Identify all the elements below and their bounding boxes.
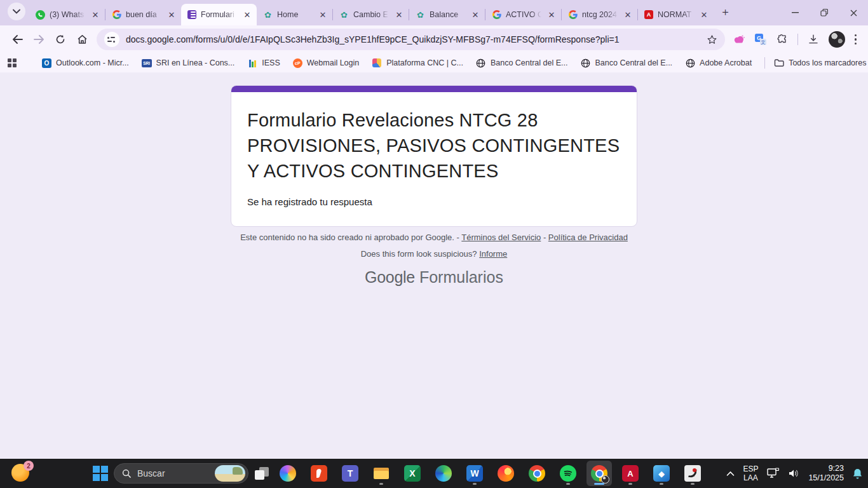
taskbar-app-photos[interactable]: ◆ — [649, 461, 674, 486]
copilot-icon — [280, 465, 296, 482]
privacy-policy-link[interactable]: Política de Privacidad — [548, 233, 628, 242]
minimize-button[interactable] — [780, 0, 810, 25]
tray-chevron-up-icon[interactable] — [726, 471, 735, 477]
bookmark-iess[interactable]: IESS — [247, 58, 280, 67]
search-highlight-image[interactable] — [215, 465, 245, 482]
form-title: Formulario Revelaciones NTCG 28 PROVISIO… — [247, 107, 621, 184]
suspicious-text: Does this form look suspicious? — [361, 249, 477, 259]
reload-button[interactable] — [50, 29, 71, 50]
bookmark-star-icon[interactable] — [707, 34, 717, 45]
taskbar-search-input[interactable]: Buscar — [114, 463, 248, 484]
tab-close-icon[interactable]: ✕ — [623, 10, 633, 20]
bookmarks-bar: O Outlook.com - Micr... SRI SRI en Línea… — [0, 53, 868, 72]
extensions-puzzle-icon[interactable] — [776, 34, 788, 46]
notification-bell-icon[interactable] — [852, 468, 863, 480]
tab-close-icon[interactable]: ✕ — [166, 10, 177, 20]
menu-icon[interactable] — [855, 34, 857, 45]
tab-normativa[interactable]: A NORMAT ✕ — [638, 4, 714, 25]
task-view-button[interactable] — [254, 466, 269, 481]
tab-activo[interactable]: ACTIVO C ✕ — [485, 4, 561, 25]
translate-icon[interactable]: G文 — [755, 34, 766, 45]
notification-badge: 2 — [24, 461, 34, 471]
report-abuse-link[interactable]: Informe — [479, 249, 507, 259]
tab-close-icon[interactable]: ✕ — [394, 10, 404, 20]
tab-close-icon[interactable]: ✕ — [470, 10, 480, 20]
tab-label: ACTIVO C — [506, 10, 542, 19]
start-button[interactable] — [93, 466, 108, 481]
bookmark-banco-central-1[interactable]: Banco Central del E... — [476, 58, 568, 68]
disclaimer-text: Este contenido no ha sido creado ni apro… — [240, 233, 459, 242]
logo-product-text: Formularios — [419, 268, 503, 286]
bookmark-sri[interactable]: SRI SRI en Línea - Cons... — [142, 58, 235, 68]
tab-close-icon[interactable]: ✕ — [546, 10, 557, 20]
disclaimer-line: Este contenido no ha sido creado ni apro… — [0, 233, 868, 242]
taskbar-app-teams[interactable]: T — [337, 461, 363, 486]
taskbar-app-excel[interactable]: X — [400, 461, 425, 486]
bookmark-label: Banco Central del E... — [595, 58, 673, 67]
taskbar-app-edge[interactable] — [431, 461, 456, 486]
file-explorer-icon — [373, 465, 390, 482]
taskbar-app-copilot[interactable] — [275, 461, 301, 486]
back-button[interactable] — [6, 29, 28, 50]
webapp-flower-icon: ✿ — [263, 10, 273, 20]
tab-cambio[interactable]: ✿ Cambio E ✕ — [333, 4, 409, 25]
bookmark-adobe-acrobat[interactable]: Adobe Acrobat — [685, 58, 752, 68]
taskbar-app-acrobat[interactable]: A — [618, 461, 643, 486]
excel-icon: X — [404, 465, 421, 482]
tab-search-button[interactable] — [8, 3, 25, 20]
bookmark-cnc[interactable]: Plataforma CNC | C... — [372, 58, 463, 68]
tab-home[interactable]: ✿ Home ✕ — [257, 4, 332, 25]
site-info-icon[interactable] — [104, 32, 119, 47]
tab-balance[interactable]: ✿ Balance ✕ — [409, 4, 485, 25]
url-text[interactable]: docs.google.com/forms/u/0/d/e/1FAIpQLSc3… — [126, 34, 700, 44]
taskbar-app-chrome-active[interactable] — [587, 461, 612, 486]
profile-avatar[interactable] — [829, 31, 845, 48]
taskbar-app-word[interactable]: W — [462, 461, 487, 486]
nitro-pdf-icon — [311, 465, 327, 482]
tab-label: Cambio E — [353, 10, 390, 19]
running-indicator — [379, 483, 383, 485]
terms-of-service-link[interactable]: Términos del Servicio — [461, 233, 541, 242]
taskbar-app-file-explorer[interactable] — [369, 461, 394, 486]
taskbar-app-java[interactable] — [680, 461, 705, 486]
all-bookmarks-label: Todos los marcadores — [789, 58, 866, 67]
running-indicator — [660, 483, 663, 485]
outlook-icon: O — [42, 58, 51, 68]
bookmark-outlook[interactable]: O Outlook.com - Micr... — [42, 58, 129, 68]
home-button[interactable] — [71, 29, 93, 50]
taskbar-app-spotify[interactable] — [555, 461, 581, 486]
link-separator: - — [543, 233, 546, 242]
apps-grid-icon[interactable] — [8, 58, 17, 67]
volume-icon[interactable] — [788, 468, 800, 478]
new-tab-button[interactable]: ＋ — [720, 4, 731, 19]
clock[interactable]: 9:23 15/1/2025 — [808, 464, 844, 483]
bookmark-label: Webmail Login — [307, 58, 359, 67]
language-indicator[interactable]: ESP LAA — [743, 464, 758, 482]
widgets-weather-icon[interactable]: 2 — [11, 464, 29, 482]
address-bar[interactable]: docs.google.com/forms/u/0/d/e/1FAIpQLSc3… — [97, 29, 725, 50]
downloads-icon[interactable] — [808, 34, 819, 45]
tab-close-icon[interactable]: ✕ — [318, 10, 328, 20]
close-window-button[interactable] — [839, 0, 868, 25]
bookmark-webmail[interactable]: cP Webmail Login — [293, 58, 359, 68]
taskbar-app-firefox[interactable] — [493, 461, 519, 486]
bookmark-banco-central-2[interactable]: Banco Central del E... — [581, 58, 673, 68]
weather-extension-icon[interactable] — [733, 34, 745, 44]
bookmark-label: Plataforma CNC | C... — [386, 58, 463, 67]
tab-whatsapp[interactable]: (3) Whats ✕ — [29, 4, 105, 25]
tab-buen-dia[interactable]: buen día ✕ — [105, 4, 181, 25]
acrobat-icon: A — [622, 465, 639, 482]
tab-close-icon[interactable]: ✕ — [699, 10, 709, 20]
network-icon[interactable] — [766, 468, 780, 479]
all-bookmarks-button[interactable]: Todos los marcadores — [774, 58, 866, 68]
restore-button[interactable] — [810, 0, 839, 25]
tab-close-icon[interactable]: ✕ — [242, 10, 252, 20]
tab-formulario-active[interactable]: Formulari ✕ — [181, 4, 257, 25]
taskbar-app-nitro-pdf[interactable] — [306, 461, 332, 486]
tab-ntcg[interactable]: ntcg 2024 ✕ — [562, 4, 637, 25]
tab-label: Balance — [430, 10, 466, 19]
forward-button[interactable] — [28, 29, 50, 50]
tab-close-icon[interactable]: ✕ — [90, 10, 100, 20]
firefox-icon — [498, 465, 514, 482]
taskbar-app-chrome[interactable] — [524, 461, 550, 486]
